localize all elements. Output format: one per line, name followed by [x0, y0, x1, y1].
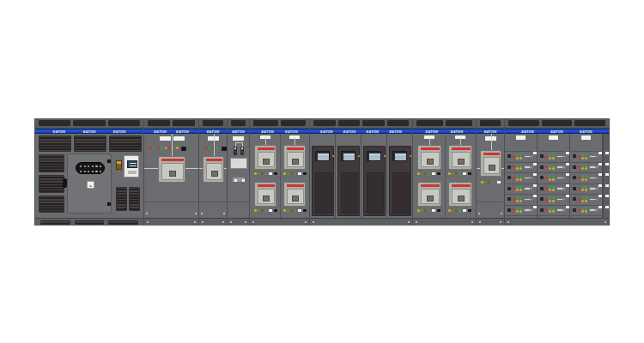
indicator-light	[552, 189, 555, 191]
indicator-light	[581, 175, 584, 178]
feeder-label	[533, 195, 537, 197]
nameplate	[549, 135, 558, 140]
brand-logo: EATON	[550, 129, 563, 134]
indicator-light	[549, 175, 551, 178]
bolt	[223, 213, 225, 214]
feeder-meter	[540, 187, 544, 190]
feeder-breaker-quad-a: EATONEATON	[250, 118, 310, 226]
bolt	[471, 221, 473, 223]
indicator-light	[459, 172, 461, 175]
indicator-light	[424, 172, 427, 175]
indicator-light	[484, 181, 487, 184]
end-trim	[603, 134, 609, 218]
control-switch	[437, 209, 440, 213]
brand-logo: EATON	[484, 129, 497, 134]
door-inner-panel	[367, 172, 384, 214]
indicator-light	[549, 153, 551, 156]
indicator-light	[552, 210, 555, 213]
breaker-mech	[292, 159, 299, 165]
section-body	[477, 134, 504, 218]
top-vent-band	[477, 118, 504, 129]
breaker-label-strip	[258, 147, 275, 150]
indicator-light	[581, 196, 584, 199]
breaker-face	[452, 189, 471, 204]
breaker-label-strip	[421, 147, 440, 150]
vent-louver	[74, 135, 106, 152]
top-vent-band	[250, 118, 309, 129]
indicator-light	[519, 189, 522, 191]
indicator-light	[513, 177, 515, 179]
feeder-handle	[524, 165, 533, 169]
vent-louver	[40, 220, 70, 225]
indicator-light	[208, 147, 210, 149]
control-switch	[437, 172, 440, 176]
indicator-light	[157, 147, 160, 149]
plinth	[505, 218, 609, 226]
feeder-meter	[573, 154, 576, 158]
top-vent-band	[413, 118, 476, 129]
feeder-label	[533, 173, 537, 176]
brand-logo: EATON	[451, 129, 464, 134]
indicator-light	[176, 147, 179, 149]
connector-pin	[84, 165, 86, 167]
screen-indicator	[410, 155, 412, 158]
top-vent-band	[228, 118, 249, 129]
brand-logo: EATON	[285, 129, 298, 134]
indicator-light	[519, 200, 522, 202]
feeder-label	[598, 163, 602, 165]
door-inner-panel	[341, 172, 358, 214]
indicator-light	[161, 147, 163, 149]
indicator-light	[585, 200, 587, 202]
vent-louver	[39, 135, 71, 152]
indicator-light	[585, 210, 587, 213]
feeder-meter	[573, 187, 576, 190]
brand-logo: EATON	[176, 129, 189, 134]
indicator-light	[578, 165, 580, 168]
nameplate	[173, 136, 185, 141]
indicator-light	[459, 209, 461, 212]
screen-indicator	[332, 155, 335, 158]
bolt	[146, 213, 148, 214]
top-vent	[362, 120, 385, 126]
indicator-light	[585, 153, 587, 156]
breaker-mech	[458, 159, 465, 165]
top-vent	[574, 120, 605, 126]
indicator-light	[481, 181, 483, 184]
section-body	[144, 134, 198, 218]
connector-pin	[92, 165, 94, 167]
indicator-light	[516, 157, 519, 159]
transformer-box	[230, 158, 247, 169]
nameplate	[160, 136, 171, 141]
feeder-meter	[540, 208, 544, 212]
indicator-light	[216, 147, 218, 149]
top-vent-band	[310, 118, 412, 129]
feeder-label	[605, 163, 610, 165]
brand-logo: EATON	[426, 129, 439, 134]
indicator-light	[513, 198, 515, 201]
top-vent-band	[199, 118, 227, 129]
top-vent	[148, 120, 170, 126]
connector-pin	[80, 171, 82, 172]
door-panel	[312, 146, 334, 216]
indicator-light	[519, 178, 522, 181]
indicator-light	[516, 200, 519, 202]
door-panel	[337, 146, 360, 216]
selector-switch	[116, 160, 122, 170]
feeder-label	[533, 163, 537, 165]
indicator-light	[549, 210, 551, 213]
circuit-breaker	[283, 182, 306, 207]
indicator-light	[452, 172, 454, 175]
converter-door-panels: EATONEATONEATONEATON	[310, 118, 413, 226]
feeder-label	[566, 163, 569, 165]
breaker-mech	[427, 196, 434, 202]
plinth	[250, 218, 309, 226]
feeder-label	[605, 206, 610, 208]
breaker-mech	[263, 159, 270, 165]
door-handle	[63, 178, 67, 188]
vent-louver	[39, 154, 64, 172]
panel-seam	[199, 202, 227, 202]
hmi-screen	[367, 151, 381, 161]
indicator-light	[549, 189, 551, 191]
breaker-label-strip	[452, 147, 471, 150]
panel-seam	[228, 202, 249, 202]
